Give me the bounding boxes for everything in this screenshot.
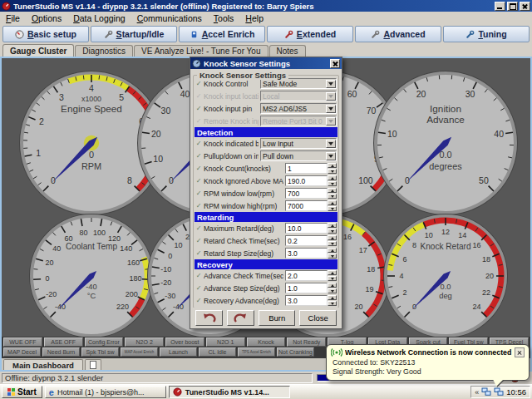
spinner-value[interactable]: 3.0 [285, 295, 328, 306]
svg-text:160: 160 [127, 259, 140, 267]
chevron-down-icon[interactable] [326, 105, 336, 113]
toolbar-startup-idle[interactable]: Startup/Idle [91, 26, 177, 42]
maximize-button[interactable] [507, 2, 518, 11]
spinner-value[interactable]: 1.0 [285, 283, 328, 293]
chevron-down-icon[interactable] [326, 117, 336, 126]
dropdown-knock-input-location[interactable]: Local [260, 91, 337, 101]
dropdown-pullup-down-on-input[interactable]: Pull down [260, 150, 337, 161]
spinner-down-icon[interactable] [328, 181, 337, 186]
svg-text:14: 14 [458, 231, 466, 239]
app-icon [173, 387, 182, 397]
tab-notes[interactable]: Notes [269, 45, 306, 57]
spinner-value[interactable]: 0.2 [285, 235, 328, 246]
notification-close-button[interactable] [515, 347, 525, 357]
spinner-down-icon[interactable] [328, 169, 337, 174]
field-maximum-retard-deg: ✓Maximum Retard(deg)10.0 [195, 222, 337, 234]
menu-communications[interactable]: Communications [131, 12, 208, 24]
spinner-down-icon[interactable] [328, 206, 337, 211]
spinner-down-icon[interactable] [328, 288, 337, 293]
minimize-button[interactable] [495, 2, 505, 11]
undo-button[interactable] [195, 310, 223, 326]
spinner-up-icon[interactable] [328, 270, 337, 275]
task-hotmail-1-bjspiers-h[interactable]: eHotmail (1) - bjspiers@h... [45, 386, 166, 398]
svg-text:100: 100 [93, 229, 106, 237]
toolbar-accel-enrich[interactable]: Accel Enrich [179, 26, 265, 42]
menu-options[interactable]: Options [26, 12, 67, 24]
redo-button[interactable] [227, 310, 254, 326]
indicator-spk-tbl-sw: Spk Tbl sw [81, 347, 119, 357]
spinner-up-icon[interactable] [328, 188, 337, 193]
dropdown-remote-knock-input[interactable]: Remote Port3 Bit 0 [260, 116, 337, 126]
spinner-value[interactable]: 190.0 [285, 175, 328, 186]
chevron-down-icon[interactable] [326, 152, 336, 160]
spinner-down-icon[interactable] [328, 301, 337, 306]
spinner-down-icon[interactable] [328, 254, 337, 259]
spinner-down-icon[interactable] [328, 194, 337, 199]
task-tunerstudio-ms-v1-14[interactable]: TunerStudio MS v1.14... [169, 386, 290, 398]
spinner-value[interactable]: 700 [285, 188, 328, 199]
spinner-maximum-retard-deg[interactable]: 10.0 [285, 223, 337, 234]
spinner-up-icon[interactable] [328, 223, 337, 228]
spinner-up-icon[interactable] [328, 248, 337, 253]
toolbar-tuning[interactable]: Tuning [443, 26, 530, 42]
tab-diagnostics[interactable]: Diagnostics [75, 45, 133, 57]
spinner-retard-check-time-sec[interactable]: 0.2 [285, 235, 337, 246]
start-button[interactable]: Start [2, 386, 42, 398]
spinner-up-icon[interactable] [328, 200, 337, 205]
spinner-advance-check-time-sec[interactable]: 2.0 [285, 270, 337, 281]
chevron-down-icon[interactable] [326, 140, 336, 148]
chevron-down-icon[interactable] [326, 80, 336, 88]
network-tray-icon[interactable] [494, 387, 504, 397]
spinner-knock-count-knocks[interactable]: 1 [285, 163, 337, 174]
toolbar-label: Accel Enrich [202, 29, 255, 39]
spinner-down-icon[interactable] [328, 241, 337, 246]
new-dashboard-tab-button[interactable] [85, 359, 101, 370]
field-knock-count-knocks: ✓Knock Count(knocks)1 [195, 162, 337, 175]
check-icon: ✓ [195, 237, 202, 244]
spinner-up-icon[interactable] [328, 235, 337, 240]
spinner-advance-step-size-deg[interactable]: 1.0 [285, 283, 337, 293]
check-icon: ✓ [195, 92, 202, 100]
spinner-up-icon[interactable] [328, 163, 337, 168]
tray-expand-icon[interactable]: « [475, 388, 479, 397]
toolbar-advanced[interactable]: Advanced [355, 26, 441, 42]
burn-button[interactable]: Burn [259, 310, 296, 326]
dropdown-knock-indicated-by[interactable]: Low Input [260, 138, 337, 149]
spinner-value[interactable]: 10.0 [285, 223, 328, 234]
spinner-down-icon[interactable] [328, 276, 337, 281]
spinner-down-icon[interactable] [328, 229, 337, 234]
spinner-up-icon[interactable] [328, 175, 337, 180]
spinner-knock-ignored-above-map-kpa[interactable]: 190.0 [285, 175, 337, 186]
indicator-launch: Launch [160, 347, 197, 357]
spinner-up-icon[interactable] [328, 295, 337, 300]
menu-tools[interactable]: Tools [208, 12, 240, 24]
menu-data-logging[interactable]: Data Logging [67, 12, 131, 24]
dialog-buttons: Burn Close [190, 308, 342, 328]
toolbar-basic-setup[interactable]: Basic setup [2, 26, 89, 42]
wireless-network-tray-icon[interactable] [481, 387, 491, 397]
check-icon: ✓ [195, 249, 202, 257]
spinner-value[interactable]: 2.0 [285, 270, 328, 281]
tab-main-dashboard[interactable]: Main Dashboard [3, 359, 83, 370]
spinner-up-icon[interactable] [328, 283, 337, 288]
tab-ve-analyze-live-tune-for-you[interactable]: VE Analyze Live! - Tune For You [134, 45, 268, 57]
close-dialog-button[interactable]: Close [299, 310, 337, 326]
menu-file[interactable]: File [0, 12, 26, 24]
spinner-retard-step-size-deg[interactable]: 3.0 [285, 248, 337, 259]
spinner-value[interactable]: 1 [285, 163, 328, 174]
check-icon: ✓ [195, 165, 202, 172]
tab-gauge-cluster[interactable]: Gauge Cluster [2, 44, 74, 57]
svg-text:Advance: Advance [426, 114, 465, 125]
spinner-recovery-advance-deg[interactable]: 3.0 [285, 295, 337, 306]
dialog-close-button[interactable] [330, 59, 340, 68]
spinner-value[interactable]: 3.0 [285, 248, 328, 259]
dropdown-knock-input-pin[interactable]: MS2 AD6/JS5 [260, 103, 337, 114]
toolbar-extended[interactable]: Extended [267, 26, 353, 42]
spinner-rpm-window-low-rpm[interactable]: 700 [285, 188, 337, 199]
spinner-value[interactable]: 7000 [285, 200, 328, 211]
close-button[interactable] [520, 2, 530, 11]
chevron-down-icon[interactable] [326, 92, 336, 101]
menu-help[interactable]: Help [239, 12, 269, 24]
spinner-rpm-window-high-rpm[interactable]: 7000 [285, 200, 337, 211]
svg-text:10: 10 [153, 154, 163, 164]
